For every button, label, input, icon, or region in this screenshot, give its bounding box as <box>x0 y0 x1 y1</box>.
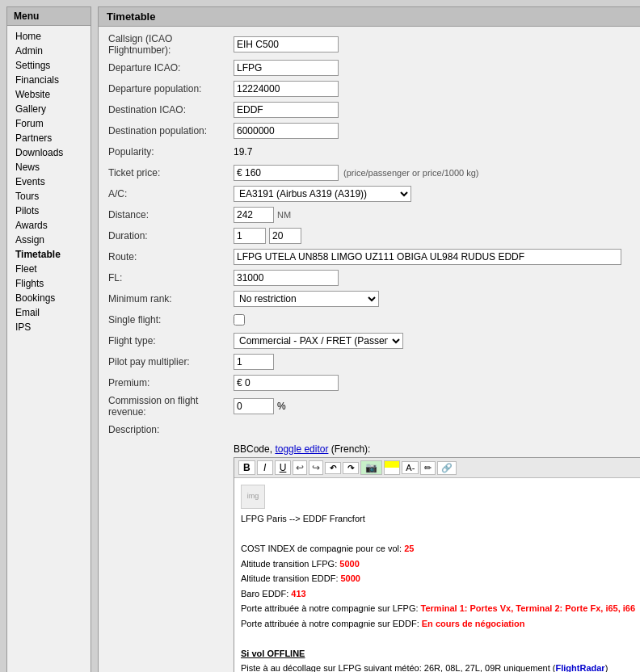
fr-fr-link: FlightRadar <box>556 663 605 672</box>
sidebar-nav: Home Admin Settings Financials Website G… <box>7 26 91 338</box>
dep-icao-input[interactable] <box>234 60 339 76</box>
sidebar-item-flights[interactable]: Flights <box>7 276 91 291</box>
dep-pop-input[interactable] <box>234 81 339 97</box>
flight-type-row: Flight type: Commercial - PAX / FRET (Pa… <box>108 332 640 350</box>
sidebar-item-timetable[interactable]: Timetable <box>7 247 91 262</box>
sidebar-item-news[interactable]: News <box>7 160 91 174</box>
undo-btn-fr[interactable]: ↩ <box>293 460 307 475</box>
underline-btn-fr[interactable]: U <box>275 460 292 475</box>
french-editor-toolbar: B I U ↩ ↪ ↶ ↷ 📷 A- ✏ 🔗 <box>234 458 640 478</box>
sidebar-item-assign[interactable]: Assign <box>7 233 91 247</box>
sidebar-item-settings[interactable]: Settings <box>7 58 91 73</box>
fr-alt-eddf: 5000 <box>341 573 360 583</box>
sidebar-item-awards[interactable]: Awards <box>7 218 91 233</box>
french-editor-content[interactable]: img LFPG Paris --> EDDF Francfort COST I… <box>234 478 640 672</box>
fr-line-3: COST INDEX de compagnie pour ce vol: 25 <box>241 542 638 556</box>
sidebar-item-email[interactable]: Email <box>7 305 91 320</box>
distance-row: Distance: NM <box>108 206 640 224</box>
sidebar-item-gallery[interactable]: Gallery <box>7 102 91 116</box>
description-label: Description: <box>108 424 234 435</box>
fr-cost-index: 25 <box>404 544 414 553</box>
sidebar-item-financials[interactable]: Financials <box>7 73 91 87</box>
fr-baro: 413 <box>291 589 305 598</box>
undo2-btn-fr[interactable]: ↶ <box>325 462 341 474</box>
duration-hours-input[interactable] <box>234 228 266 244</box>
commission-label: Commission on flight revenue: <box>108 395 234 418</box>
premium-input[interactable] <box>234 375 339 391</box>
fl-row: FL: <box>108 269 640 287</box>
sidebar-item-tours[interactable]: Tours <box>7 189 91 204</box>
sidebar-item-home[interactable]: Home <box>7 29 91 44</box>
popularity-value: 19.7 <box>234 146 252 158</box>
callsign-row: Callsign (ICAO Flightnumber): <box>108 33 640 56</box>
ticket-note: (price/passenger or price/1000 kg) <box>343 168 479 178</box>
fr-line-10: Si vol OFFLINE <box>241 647 638 661</box>
italic-btn-fr[interactable]: I <box>257 460 273 475</box>
dest-icao-input[interactable] <box>234 102 339 118</box>
min-rank-row: Minimum rank: No restriction <box>108 290 640 308</box>
fr-img-placeholder: img <box>241 485 265 509</box>
fr-line-11: Piste à au décollage sur LFPG suivant mé… <box>241 662 638 672</box>
distance-label: Distance: <box>108 209 234 220</box>
dest-pop-input[interactable] <box>234 123 339 139</box>
duration-inputs <box>234 228 301 244</box>
sidebar-item-downloads[interactable]: Downloads <box>7 145 91 160</box>
ticket-input[interactable] <box>234 165 339 181</box>
redo-btn-fr[interactable]: ↪ <box>309 460 323 475</box>
description-row: Description: <box>108 421 640 439</box>
fr-line-6: Baro EDDF: 413 <box>241 587 638 601</box>
ac-select[interactable]: EA3191 (Airbus A319 (A319)) <box>234 186 411 202</box>
pilot-pay-label: Pilot pay multiplier: <box>108 356 234 368</box>
color-btn-fr[interactable] <box>384 460 400 475</box>
sidebar-item-events[interactable]: Events <box>7 174 91 189</box>
fr-line-5: Altitude transition EDDF: 5000 <box>241 572 638 586</box>
commission-input[interactable] <box>234 398 274 414</box>
sidebar-item-admin[interactable]: Admin <box>7 44 91 58</box>
toggle-editor-fr-link[interactable]: toggle editor <box>275 443 328 455</box>
bold-btn-fr[interactable]: B <box>238 460 255 475</box>
duration-minutes-input[interactable] <box>269 228 301 244</box>
main-panel: Timetable Callsign (ICAO Flightnumber): … <box>98 6 640 672</box>
fl-label: FL: <box>108 272 234 284</box>
link3-btn-fr[interactable]: 🔗 <box>437 461 457 475</box>
dest-pop-label: Destination population: <box>108 125 234 136</box>
route-input[interactable] <box>234 249 621 265</box>
single-flight-checkbox[interactable] <box>234 314 245 326</box>
french-editor-box: B I U ↩ ↪ ↶ ↷ 📷 A- ✏ 🔗 img <box>234 457 640 672</box>
link-btn-fr[interactable]: A- <box>402 461 419 474</box>
fr-gate-eddf: En cours de négociation <box>422 619 525 628</box>
image-btn-fr[interactable]: 📷 <box>360 460 382 475</box>
fr-line-8: Porte attribuée à notre compagnie sur ED… <box>241 617 638 631</box>
route-label: Route: <box>108 251 234 262</box>
dep-icao-label: Departure ICAO: <box>108 62 234 74</box>
flight-type-select[interactable]: Commercial - PAX / FRET (Passenger) <box>234 333 403 349</box>
sidebar-item-pilots[interactable]: Pilots <box>7 204 91 218</box>
single-flight-label: Single flight: <box>108 314 234 326</box>
ac-label: A/C: <box>108 188 234 200</box>
sidebar-item-fleet[interactable]: Fleet <box>7 262 91 276</box>
sidebar-item-bookings[interactable]: Bookings <box>7 291 91 305</box>
sidebar-item-partners[interactable]: Partners <box>7 131 91 145</box>
fl-input[interactable] <box>234 270 339 286</box>
dest-icao-row: Destination ICAO: <box>108 101 640 119</box>
premium-row: Premium: <box>108 374 640 392</box>
callsign-input[interactable] <box>234 36 339 52</box>
sidebar-item-website[interactable]: Website <box>7 87 91 102</box>
fr-line-2 <box>241 527 638 541</box>
min-rank-select[interactable]: No restriction <box>234 291 379 307</box>
distance-input[interactable] <box>234 207 274 223</box>
sidebar-title: Menu <box>7 7 91 26</box>
ticket-label: Ticket price: <box>108 167 234 178</box>
bbcode-fr-label-row: BBCode, toggle editor (French): <box>234 443 640 455</box>
dest-icao-label: Destination ICAO: <box>108 104 234 116</box>
dep-pop-row: Departure population: <box>108 80 640 98</box>
sidebar-item-ips[interactable]: IPS <box>7 320 91 334</box>
fr-line-1: LFPG Paris --> EDDF Francfort <box>241 512 638 526</box>
sidebar-item-forum[interactable]: Forum <box>7 116 91 131</box>
link2-btn-fr[interactable]: ✏ <box>420 461 436 475</box>
redo2-btn-fr[interactable]: ↷ <box>343 462 359 474</box>
commission-unit: % <box>277 401 286 412</box>
popularity-row: Popularity: 19.7 <box>108 143 640 161</box>
single-flight-row: Single flight: <box>108 311 640 329</box>
pilot-pay-input[interactable] <box>234 354 274 370</box>
